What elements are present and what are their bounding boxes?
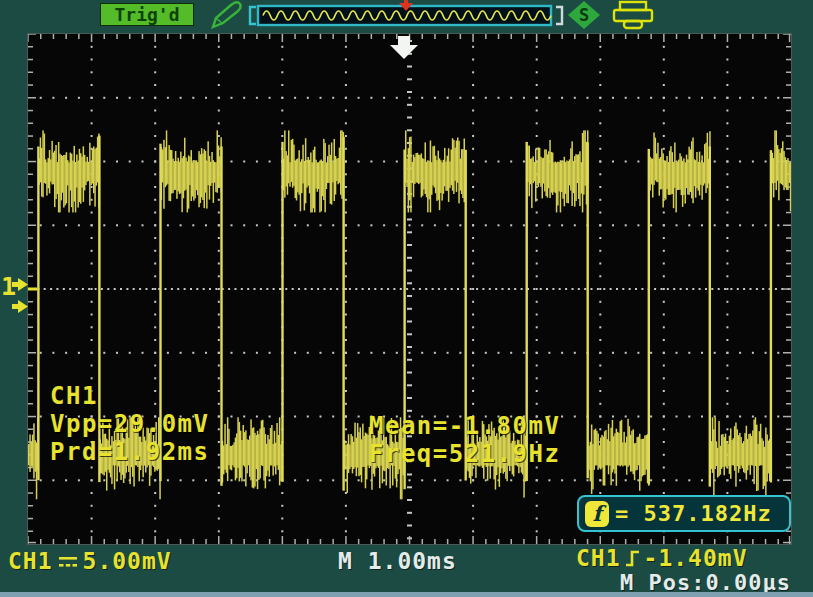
bottom-divider	[0, 592, 813, 597]
measurement-period: Prd=1.92ms	[50, 438, 210, 466]
measurement-channel-label: CH1	[50, 382, 98, 410]
timebase-readout: M 1.00ms	[338, 548, 457, 574]
frequency-symbol-icon: f	[585, 501, 609, 527]
pencil-icon	[208, 1, 244, 30]
frequency-counter: f = 537.182Hz	[577, 495, 791, 532]
measurement-vpp: Vpp=29.0mV	[50, 410, 210, 438]
trigger-level-marker-icon	[12, 300, 28, 313]
oscilloscope-display: Trig'd S CH1 Vpp=29.0mV Prd=1.92ms Mean=…	[0, 0, 813, 597]
screen: CH1 Vpp=29.0mV Prd=1.92ms Mean=-1.80mV F…	[27, 33, 792, 545]
trigger-time-arrow-icon	[390, 36, 418, 59]
trigger-status-badge: Trig'd	[100, 3, 194, 26]
ch1-label: CH1	[8, 548, 53, 574]
s-badge-letter: S	[579, 5, 589, 25]
printer-icon	[612, 0, 660, 31]
measurement-frequency: Freq=521.9Hz	[369, 440, 560, 468]
measurement-mean: Mean=-1.80mV	[369, 412, 560, 440]
frequency-counter-value: = 537.182Hz	[615, 501, 772, 526]
ch1-measurements: CH1 Vpp=29.0mV Prd=1.92ms	[50, 382, 210, 466]
trigger-level-value: -1.40mV	[644, 545, 748, 571]
ch1-scale-readout: CH1 5.00mV	[8, 548, 172, 574]
rising-edge-icon	[624, 548, 641, 569]
mean-freq-measurements: Mean=-1.80mV Freq=521.9Hz	[369, 412, 560, 468]
trigger-channel-label: CH1	[576, 545, 621, 571]
trigger-position-marker-icon	[399, 0, 413, 12]
s-badge-icon: S	[568, 1, 600, 29]
left-marker-group: 1	[1, 266, 31, 324]
ch1-volts-per-div: 5.00mV	[83, 548, 172, 574]
trigger-readout: CH1 -1.40mV	[576, 545, 747, 571]
dc-coupling-icon	[57, 553, 79, 570]
